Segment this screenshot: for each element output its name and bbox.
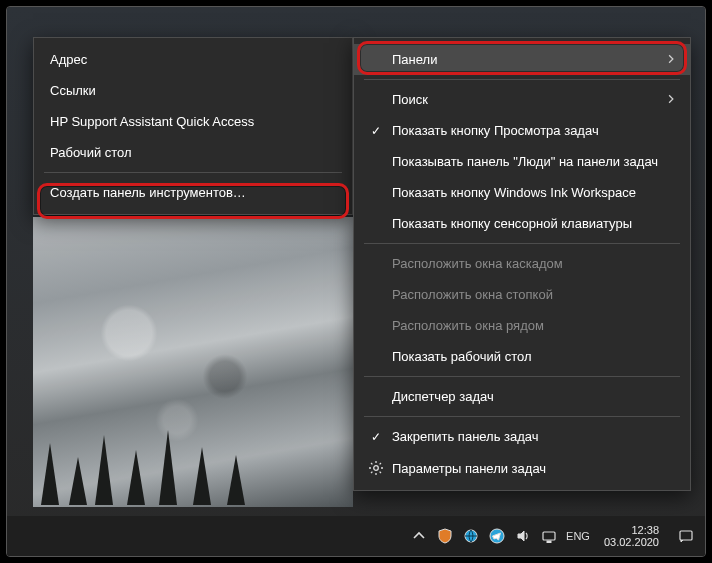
menu-item-show-ink-workspace[interactable]: Показать кнопку Windows Ink Workspace bbox=[354, 177, 690, 208]
action-center-icon[interactable] bbox=[677, 527, 695, 545]
separator bbox=[364, 79, 680, 80]
check-icon: ✓ bbox=[368, 124, 384, 138]
menu-item-label: Закрепить панель задач bbox=[392, 429, 676, 444]
menu-item-show-task-view[interactable]: ✓ Показать кнопку Просмотра задач bbox=[354, 115, 690, 146]
check-icon: ✓ bbox=[368, 430, 384, 444]
submenu-item-label: Создать панель инструментов… bbox=[50, 185, 336, 200]
separator bbox=[44, 172, 342, 173]
separator bbox=[364, 243, 680, 244]
tray-overflow-icon[interactable] bbox=[410, 527, 428, 545]
separator bbox=[364, 416, 680, 417]
security-icon[interactable] bbox=[436, 527, 454, 545]
wallpaper-trees bbox=[33, 425, 353, 505]
volume-icon[interactable] bbox=[514, 527, 532, 545]
telegram-icon[interactable] bbox=[488, 527, 506, 545]
submenu-item-desktop[interactable]: Рабочий стол bbox=[34, 137, 352, 168]
menu-item-label: Диспетчер задач bbox=[392, 389, 676, 404]
submenu-item-label: Адрес bbox=[50, 52, 336, 67]
menu-item-label: Параметры панели задач bbox=[392, 461, 676, 476]
menu-item-label: Показывать панель "Люди" на панели задач bbox=[392, 154, 676, 169]
svg-rect-4 bbox=[547, 541, 551, 543]
submenu-item-label: HP Support Assistant Quick Access bbox=[50, 114, 336, 129]
taskbar-context-menu: Панели Поиск ✓ Показать кнопку Просмотра… bbox=[353, 37, 691, 491]
menu-item-toolbars[interactable]: Панели bbox=[354, 44, 690, 75]
submenu-item-address[interactable]: Адрес bbox=[34, 44, 352, 75]
menu-item-stack-windows: Расположить окна стопкой bbox=[354, 279, 690, 310]
submenu-item-links[interactable]: Ссылки bbox=[34, 75, 352, 106]
chevron-right-icon bbox=[666, 52, 676, 67]
chevron-right-icon bbox=[666, 92, 676, 107]
menu-item-label: Показать кнопку сенсорной клавиатуры bbox=[392, 216, 676, 231]
submenu-item-label: Рабочий стол bbox=[50, 145, 336, 160]
menu-item-label: Расположить окна каскадом bbox=[392, 256, 676, 271]
menu-item-search[interactable]: Поиск bbox=[354, 84, 690, 115]
menu-item-label: Расположить окна рядом bbox=[392, 318, 676, 333]
menu-item-show-people[interactable]: Показывать панель "Люди" на панели задач bbox=[354, 146, 690, 177]
language-indicator[interactable]: ENG bbox=[566, 527, 590, 545]
separator bbox=[364, 376, 680, 377]
clock[interactable]: 12:38 03.02.2020 bbox=[604, 524, 659, 548]
menu-item-label: Поиск bbox=[392, 92, 658, 107]
submenu-item-label: Ссылки bbox=[50, 83, 336, 98]
submenu-item-hp-quick-access[interactable]: HP Support Assistant Quick Access bbox=[34, 106, 352, 137]
svg-rect-5 bbox=[680, 531, 692, 540]
menu-item-side-by-side: Расположить окна рядом bbox=[354, 310, 690, 341]
menu-item-task-manager[interactable]: Диспетчер задач bbox=[354, 381, 690, 412]
toolbars-submenu: Адрес Ссылки HP Support Assistant Quick … bbox=[33, 37, 353, 215]
svg-point-0 bbox=[374, 466, 379, 471]
menu-item-cascade-windows: Расположить окна каскадом bbox=[354, 248, 690, 279]
taskbar[interactable]: ENG 12:38 03.02.2020 bbox=[7, 516, 705, 556]
clock-time: 12:38 bbox=[631, 524, 659, 536]
menu-item-label: Показать рабочий стол bbox=[392, 349, 676, 364]
svg-rect-3 bbox=[543, 532, 555, 540]
menu-item-label: Показать кнопку Просмотра задач bbox=[392, 123, 676, 138]
menu-item-lock-taskbar[interactable]: ✓ Закрепить панель задач bbox=[354, 421, 690, 452]
submenu-item-new-toolbar[interactable]: Создать панель инструментов… bbox=[34, 177, 352, 208]
globe-icon[interactable] bbox=[462, 527, 480, 545]
menu-item-label: Расположить окна стопкой bbox=[392, 287, 676, 302]
menu-item-show-touch-keyboard[interactable]: Показать кнопку сенсорной клавиатуры bbox=[354, 208, 690, 239]
network-icon[interactable] bbox=[540, 527, 558, 545]
menu-item-label: Панели bbox=[392, 52, 658, 67]
menu-item-taskbar-settings[interactable]: Параметры панели задач bbox=[354, 452, 690, 484]
menu-item-label: Показать кнопку Windows Ink Workspace bbox=[392, 185, 676, 200]
screenshot-frame: Адрес Ссылки HP Support Assistant Quick … bbox=[6, 6, 706, 557]
gear-icon bbox=[368, 460, 384, 476]
clock-date: 03.02.2020 bbox=[604, 536, 659, 548]
menu-item-show-desktop[interactable]: Показать рабочий стол bbox=[354, 341, 690, 372]
